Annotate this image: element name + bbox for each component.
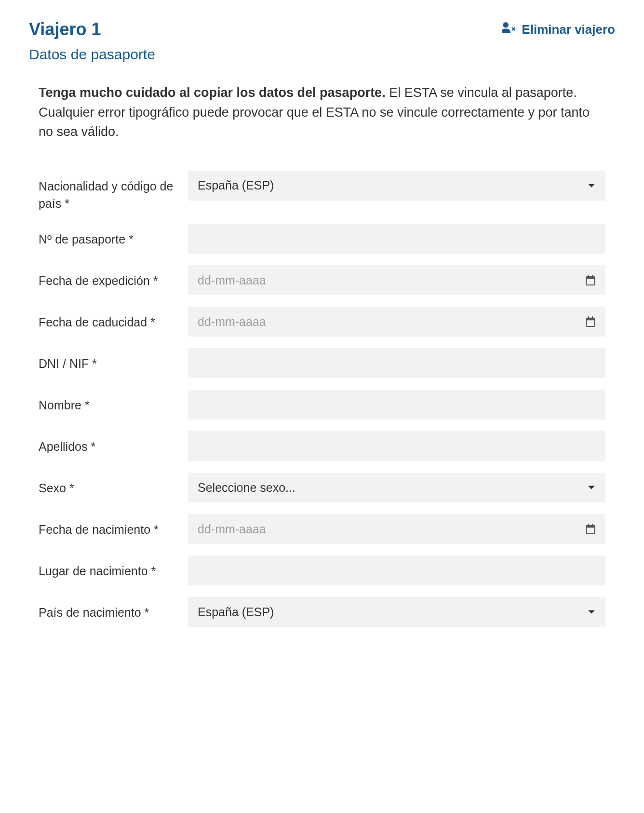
traveler-title: Viajero 1 xyxy=(29,19,101,40)
dni-input[interactable] xyxy=(188,348,605,378)
nationality-label: Nacionalidad y código de país * xyxy=(39,171,188,213)
nationality-select[interactable]: España (ESP) xyxy=(188,171,605,201)
passport-number-label: Nº de pasaporte * xyxy=(39,224,188,248)
caret-down-icon xyxy=(588,610,595,614)
remove-traveler-label: Eliminar viajero xyxy=(522,22,615,37)
birth-place-label: Lugar de nacimiento * xyxy=(39,556,188,580)
remove-traveler-link[interactable]: Eliminar viajero xyxy=(502,21,615,39)
birth-date-input[interactable] xyxy=(188,514,605,544)
sex-label: Sexo * xyxy=(39,473,188,497)
section-subtitle: Datos de pasaporte xyxy=(29,46,615,63)
warning-text: Tenga mucho cuidado al copiar los datos … xyxy=(39,83,605,142)
caret-down-icon xyxy=(588,486,595,489)
last-name-label: Apellidos * xyxy=(39,431,188,455)
sex-select[interactable]: Seleccione sexo... xyxy=(188,473,605,502)
user-remove-icon xyxy=(502,21,517,39)
passport-number-input[interactable] xyxy=(188,224,605,254)
sex-value: Seleccione sexo... xyxy=(198,481,579,495)
warning-bold: Tenga mucho cuidado al copiar los datos … xyxy=(39,85,386,100)
first-name-label: Nombre * xyxy=(39,390,188,414)
issue-date-input[interactable] xyxy=(188,265,605,295)
birth-country-select[interactable]: España (ESP) xyxy=(188,597,605,627)
expiry-date-input[interactable] xyxy=(188,307,605,337)
nationality-value: España (ESP) xyxy=(198,178,579,192)
birth-date-label: Fecha de nacimiento * xyxy=(39,514,188,538)
last-name-input[interactable] xyxy=(188,431,605,461)
birth-country-label: País de nacimiento * xyxy=(39,597,188,621)
expiry-date-label: Fecha de caducidad * xyxy=(39,307,188,331)
caret-down-icon xyxy=(588,184,595,187)
birth-place-input[interactable] xyxy=(188,556,605,585)
dni-label: DNI / NIF * xyxy=(39,348,188,372)
birth-country-value: España (ESP) xyxy=(198,605,579,619)
issue-date-label: Fecha de expedición * xyxy=(39,265,188,289)
first-name-input[interactable] xyxy=(188,390,605,420)
